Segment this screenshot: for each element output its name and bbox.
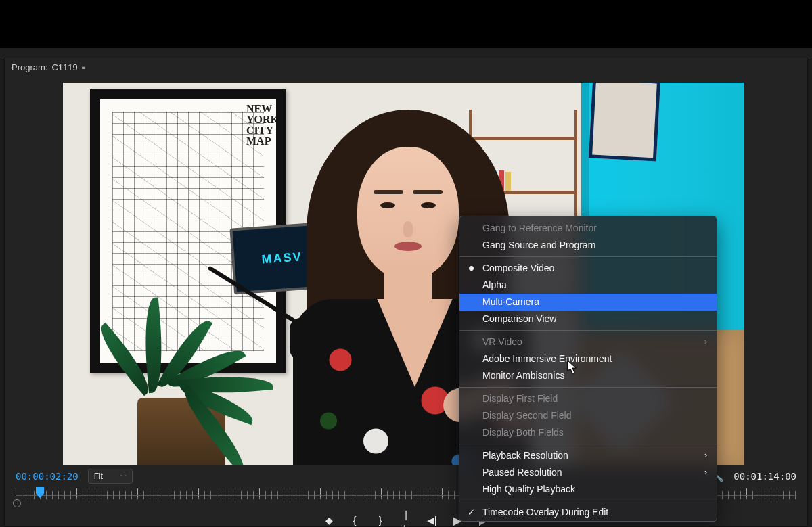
menu-item-paused-resolution[interactable]: Paused Resolution› [459, 464, 717, 481]
program-monitor-app: Program: C1119 ≡ [0, 48, 812, 527]
menu-item-vr-video: VR Video› [459, 334, 717, 350]
panel-header[interactable]: Program: C1119 ≡ [5, 58, 807, 74]
menu-item-label: High Quality Playback [482, 484, 575, 495]
radio-dot-icon [469, 266, 474, 271]
app-top-divider [0, 48, 812, 58]
menu-separator [459, 444, 717, 444]
mouse-cursor-icon [567, 360, 578, 375]
menu-item-label: Display Second Field [482, 410, 572, 421]
menu-item-multi-camera[interactable]: Multi-Camera [459, 294, 717, 311]
menu-item-adobe-immersive-environment[interactable]: Adobe Immersive Environment [459, 350, 717, 367]
panel-sequence-name: C1119 [51, 62, 77, 72]
checkmark-icon: ✓ [468, 504, 475, 521]
chevron-down-icon: ﹀ [120, 472, 127, 481]
menu-item-label: Composite Video [482, 262, 554, 273]
menu-separator [459, 387, 717, 388]
zoom-scroll-handle[interactable] [13, 499, 21, 507]
step-back-button[interactable]: ◀| [426, 515, 437, 526]
submenu-arrow-icon: › [704, 447, 707, 464]
zoom-level-dropdown[interactable]: Fit ﹀ [88, 469, 133, 484]
menu-item-label: Multi-Camera [482, 296, 539, 307]
menu-item-display-both-fields: Display Both Fields [459, 424, 717, 441]
add-marker-button[interactable]: ◆ [323, 515, 334, 526]
panel-menu-icon[interactable]: ≡ [82, 64, 86, 71]
duration-timecode: 00:01:14:00 [734, 471, 796, 482]
menu-item-label: Monitor Ambisonics [482, 370, 564, 381]
menu-item-alpha[interactable]: Alpha [459, 277, 717, 294]
menu-separator [459, 330, 717, 331]
menu-item-label: Timecode Overlay During Edit [482, 507, 608, 518]
menu-item-composite-video[interactable]: Composite Video [459, 260, 717, 277]
menu-item-label: Comparison View [482, 313, 556, 324]
menu-item-gang-to-reference-monitor: Gang to Reference Monitor [459, 220, 717, 237]
menu-item-label: Alpha [482, 279, 507, 290]
menu-item-label: Playback Resolution [482, 450, 568, 461]
program-monitor-context-menu[interactable]: Gang to Reference MonitorGang Source and… [459, 216, 717, 522]
menu-item-label: Gang Source and Program [482, 239, 595, 250]
menu-item-comparison-view[interactable]: Comparison View [459, 311, 717, 327]
menu-separator [459, 501, 717, 501]
menu-item-label: VR Video [482, 336, 522, 347]
menu-item-label: Display First Field [482, 393, 558, 404]
menu-item-label: Adobe Immersive Environment [482, 353, 612, 364]
menu-separator [459, 256, 717, 257]
letterbox-top [0, 0, 812, 48]
menu-item-timecode-overlay-during-edit[interactable]: ✓Timecode Overlay During Edit [459, 504, 717, 521]
menu-item-label: Gang to Reference Monitor [482, 223, 597, 233]
menu-item-display-second-field: Display Second Field [459, 407, 717, 424]
menu-item-label: Paused Resolution [482, 467, 562, 478]
submenu-arrow-icon: › [704, 464, 707, 481]
go-to-in-button[interactable]: |← [401, 509, 411, 527]
menu-item-high-quality-playback[interactable]: High Quality Playback [459, 481, 717, 498]
current-timecode[interactable]: 00:00:02:20 [16, 471, 78, 482]
menu-item-playback-resolution[interactable]: Playback Resolution› [459, 447, 717, 464]
mark-in-button[interactable]: { [349, 515, 360, 526]
zoom-level-label: Fit [94, 472, 103, 481]
panel-title-prefix: Program: [12, 62, 47, 72]
submenu-arrow-icon: › [704, 334, 707, 350]
menu-item-monitor-ambisonics[interactable]: Monitor Ambisonics [459, 367, 717, 384]
menu-item-gang-source-and-program[interactable]: Gang Source and Program [459, 237, 717, 254]
mark-out-button[interactable]: } [375, 515, 386, 526]
menu-item-label: Display Both Fields [482, 427, 564, 438]
menu-item-display-first-field: Display First Field [459, 390, 717, 407]
